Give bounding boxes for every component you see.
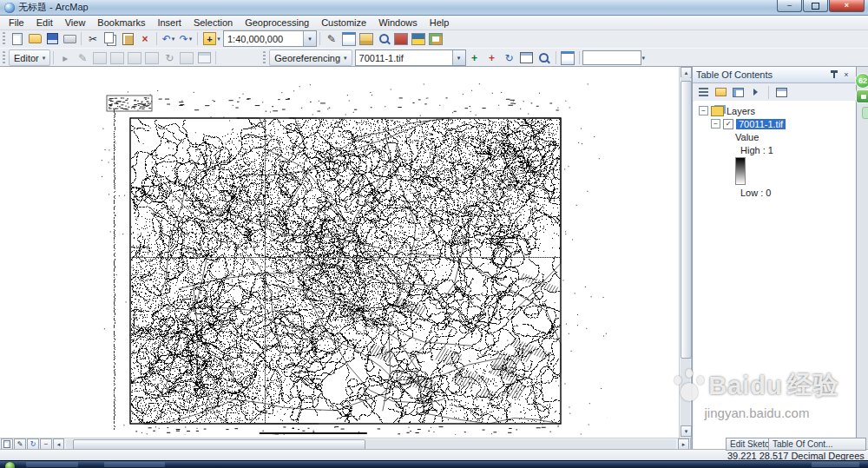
toc-pin-button[interactable] [828,69,840,81]
zoom-to-layer-button[interactable] [536,50,553,66]
attributes-icon [180,52,194,64]
editor-menu-button[interactable]: Editor ▾ [9,49,50,66]
redo-dropdown-icon: ▾ [189,36,193,43]
scale-combo-arrow-icon[interactable]: ▾ [303,31,316,46]
toolbar-grip[interactable] [3,51,5,64]
list-by-drawing-order-button[interactable] [696,85,711,99]
taskbar-button[interactable] [26,462,78,467]
maximize-button[interactable] [803,0,828,12]
toc-close-button[interactable]: × [840,69,852,81]
new-document-button[interactable] [9,31,26,47]
edit-vertices-button[interactable] [91,50,108,66]
windows-taskbar[interactable] [0,460,868,468]
select-link-button[interactable]: + [483,50,501,66]
catalog-window-button[interactable] [358,31,375,47]
georeferencing-menu-button[interactable]: Georeferencing ▾ [269,49,352,66]
menu-customize[interactable]: Customize [315,16,372,29]
search-icon [379,34,389,43]
map-data-view[interactable] [0,66,679,438]
reshape-tool-button[interactable] [108,50,126,66]
python-window-button[interactable] [410,31,427,47]
vertical-scroll-thumb[interactable] [681,81,692,359]
scanned-topographic-map-raster[interactable] [100,83,608,435]
menu-file[interactable]: File [3,16,30,29]
layout-view-icon: ✎ [17,441,23,448]
toolbar-grip[interactable] [3,32,5,45]
menu-selection[interactable]: Selection [187,16,239,29]
list-by-selection-button[interactable] [748,85,763,99]
copy-button[interactable] [102,31,119,47]
add-control-points-button[interactable]: + [466,50,483,66]
legend-low-label: Low : 0 [740,188,771,198]
title-bar[interactable]: 无标题 - ArcMap – × [0,0,868,16]
scroll-down-icon: ▾ [685,428,688,435]
save-button[interactable] [43,31,61,47]
horizontal-scroll-track[interactable] [66,439,676,449]
recorder-camera-badge[interactable] [856,89,868,103]
georeferencing-dropdown-icon: ▾ [344,55,347,62]
taskbar-button[interactable] [104,462,165,467]
start-orb-icon[interactable] [5,462,15,468]
redo-button[interactable]: ↷▾ [177,31,194,47]
map-scale-combo[interactable]: 1:40,000,000 ▾ [223,30,317,47]
add-data-button[interactable]: +▾ [201,31,223,47]
split-tool-button[interactable] [143,50,161,66]
menu-help[interactable]: Help [424,16,456,29]
toc-options-button[interactable] [774,85,789,99]
list-by-source-button[interactable] [713,85,728,99]
vertical-scroll-track[interactable] [681,77,690,426]
sketch-tool-button[interactable]: ✎ [74,50,91,66]
editor-toolbar-toggle-button[interactable]: ✎ [323,31,340,47]
collapse-icon[interactable]: − [699,106,708,115]
layer-combo-arrow-icon[interactable]: ▾ [452,50,465,65]
legend-high-label: High : 1 [740,145,773,155]
cut-button[interactable]: ✂ [84,31,102,47]
open-button[interactable] [26,31,43,47]
add-data-icon: + [203,32,216,45]
input-dropdown-icon[interactable]: ▾ [642,55,646,62]
attributes-button[interactable] [178,50,195,66]
undo-button[interactable]: ↶▾ [160,31,177,47]
modelbuilder-button[interactable] [427,31,444,47]
viewer-window-button[interactable] [559,50,576,66]
edit-tool-button[interactable]: ▸ [56,50,74,66]
georeferencing-text-input[interactable] [582,50,641,65]
collapse-icon[interactable]: − [711,119,720,129]
menu-edit[interactable]: Edit [30,16,59,29]
search-window-button[interactable] [375,31,392,47]
rotate-tool-icon: ↻ [165,53,174,63]
menu-insert[interactable]: Insert [151,16,187,29]
list-by-visibility-button[interactable] [731,85,746,99]
georeferencing-layer-combo[interactable]: 70011-1.tif ▾ [355,49,466,66]
view-link-table-button[interactable] [518,50,536,66]
toc-layers-row[interactable]: − Layers [694,104,855,117]
rotate-tool-button[interactable]: ↻ [161,50,178,66]
close-button[interactable]: × [829,0,865,12]
menu-windows[interactable]: Windows [372,16,424,29]
print-button[interactable] [61,31,78,47]
table-of-contents-window-button[interactable] [340,31,358,47]
menu-geoprocessing[interactable]: Geoprocessing [239,16,315,29]
layer-visibility-checkbox[interactable]: ✓ [723,119,733,129]
paste-button[interactable] [119,31,136,47]
delete-button[interactable]: × [136,31,154,47]
menu-view[interactable]: View [59,16,92,29]
scroll-down-button[interactable]: ▾ [681,425,692,437]
recorder-count-badge[interactable]: 62 [855,73,868,89]
menu-bookmarks[interactable]: Bookmarks [91,16,151,29]
rotate-raster-button[interactable]: ↻ [501,50,518,66]
taskbar-tray[interactable] [812,462,859,467]
sketch-properties-button[interactable] [195,50,213,66]
recorder-partial-badge[interactable] [862,107,868,119]
cut-polygon-button[interactable] [126,50,143,66]
menu-bar: File Edit View Bookmarks Insert Selectio… [0,15,868,30]
arctoolbox-button[interactable] [392,31,410,47]
toc-header[interactable]: Table Of Contents × [693,67,856,83]
minimize-button[interactable]: – [777,0,802,12]
legend-color-ramp [735,157,746,185]
split-icon [145,52,159,64]
toc-layer-row[interactable]: − ✓ 70011-1.tif [694,117,855,130]
layer-name-selected[interactable]: 70011-1.tif [736,119,786,129]
toolbar-grip[interactable] [263,51,266,64]
table-of-contents-tab[interactable]: Table Of Cont... [768,438,866,451]
